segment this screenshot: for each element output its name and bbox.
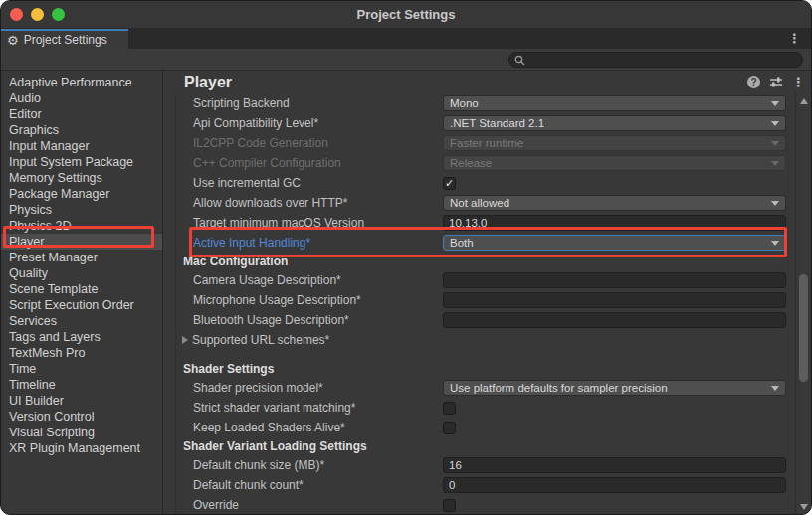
- setting-label: IL2CPP Code Generation: [193, 136, 328, 150]
- search-input[interactable]: [525, 53, 797, 67]
- sidebar-item-ui-builder[interactable]: UI Builder: [1, 393, 162, 409]
- tab-project-settings[interactable]: ⚙ Project Settings: [1, 29, 128, 49]
- tab-more-menu-icon[interactable]: ⋮: [788, 30, 801, 48]
- setting-label: Allow downloads over HTTP*: [193, 196, 347, 210]
- setting-label: Target minimum macOS Version: [193, 216, 364, 230]
- tab-label: Project Settings: [24, 33, 107, 47]
- setting-row-bluetooth-usage-description: Bluetooth Usage Description*: [163, 310, 795, 330]
- sidebar-item-tags-and-layers[interactable]: Tags and Layers: [1, 329, 162, 345]
- dropdown-value: Mono: [450, 97, 771, 109]
- microphone-usage-description-field[interactable]: [443, 292, 786, 308]
- project-settings-window: Project Settings ⚙ Project Settings ⋮ Ad…: [0, 0, 812, 515]
- setting-control: [443, 292, 786, 308]
- presets-icon[interactable]: [769, 76, 783, 88]
- strict-shader-variant-matching-checkbox[interactable]: [443, 402, 456, 415]
- more-menu-icon[interactable]: ⋮: [792, 76, 805, 88]
- chevron-down-icon: [771, 241, 779, 246]
- shader-precision-model-dropdown[interactable]: Use platform defaults for sampler precis…: [443, 380, 786, 396]
- sidebar-item-timeline[interactable]: Timeline: [1, 377, 162, 393]
- setting-row-default-chunk-size-mb: Default chunk size (MB)*: [163, 455, 795, 475]
- sidebar-item-editor[interactable]: Editor: [1, 106, 162, 122]
- chevron-down-icon: [771, 141, 779, 146]
- sidebar-item-xr-plugin-management[interactable]: XR Plugin Management: [1, 440, 162, 456]
- setting-control: [443, 312, 786, 328]
- foldout-arrow-icon[interactable]: [182, 336, 188, 344]
- sidebar-item-adaptive-performance[interactable]: Adaptive Performance: [1, 75, 162, 90]
- override-checkbox[interactable]: [443, 499, 456, 512]
- keep-loaded-shaders-alive-checkbox[interactable]: [443, 422, 456, 434]
- setting-row-il2cpp-code-generation: IL2CPP Code GenerationFaster runtime: [163, 133, 795, 153]
- scroll-down-icon[interactable]: [800, 504, 808, 510]
- chevron-down-icon: [771, 161, 779, 166]
- setting-label[interactable]: Supported URL schemes*: [192, 333, 329, 347]
- setting-label: Use incremental GC: [193, 176, 301, 190]
- setting-row-target-minimum-macos-version: Target minimum macOS Version: [163, 213, 795, 233]
- vertical-scrollbar[interactable]: [795, 93, 811, 515]
- setting-label: Keep Loaded Shaders Alive*: [193, 421, 345, 434]
- dropdown-value: Both: [450, 237, 771, 249]
- main-area: Adaptive PerformanceAudioEditorGraphicsI…: [1, 71, 811, 515]
- default-chunk-count-field[interactable]: [443, 477, 786, 493]
- sidebar-item-scene-template[interactable]: Scene Template: [1, 281, 162, 297]
- dropdown-value: Not allowed: [450, 197, 771, 209]
- sidebar-item-audio[interactable]: Audio: [1, 90, 162, 106]
- sidebar-item-physics[interactable]: Physics: [1, 202, 162, 218]
- section-header: Mac Configuration: [183, 255, 288, 268]
- setting-row-scripting-backend: Scripting BackendMono: [163, 93, 795, 113]
- settings-content: Player ? ⋮ Scripting BackendMonoApi Comp…: [163, 71, 811, 515]
- bluetooth-usage-description-field[interactable]: [443, 312, 786, 328]
- section-header: Shader Variant Loading Settings: [183, 439, 367, 453]
- setting-row-active-input-handling: Active Input Handling*Both: [163, 233, 795, 253]
- scroll-up-icon[interactable]: [800, 98, 808, 104]
- dropdown-value: .NET Standard 2.1: [450, 117, 771, 129]
- default-chunk-size-mb-field[interactable]: [443, 457, 786, 473]
- camera-usage-description-field[interactable]: [443, 272, 786, 288]
- sidebar-item-version-control[interactable]: Version Control: [1, 409, 162, 425]
- sidebar-item-time[interactable]: Time: [1, 361, 162, 377]
- setting-row-keep-loaded-shaders-alive: Keep Loaded Shaders Alive*: [163, 418, 795, 437]
- use-incremental-gc-checkbox[interactable]: ✓: [443, 177, 456, 190]
- dropdown-value: Faster runtime: [450, 137, 771, 149]
- help-icon[interactable]: ?: [747, 76, 760, 88]
- setting-control: [443, 402, 786, 415]
- sidebar-item-services[interactable]: Services: [1, 313, 162, 329]
- scrollbar-thumb[interactable]: [799, 274, 808, 382]
- setting-label: Default chunk count*: [193, 478, 304, 492]
- sidebar-item-physics-2d[interactable]: Physics 2D: [1, 218, 162, 234]
- sidebar-item-input-manager[interactable]: Input Manager: [1, 138, 162, 154]
- sidebar-item-quality[interactable]: Quality: [1, 265, 162, 281]
- setting-row-allow-downloads-over-http: Allow downloads over HTTP*Not allowed: [163, 193, 795, 213]
- settings-rows: Scripting BackendMonoApi Compatibility L…: [163, 93, 795, 515]
- sidebar-item-textmesh-pro[interactable]: TextMesh Pro: [1, 345, 162, 361]
- setting-row-override: Override: [163, 495, 795, 515]
- gear-icon: ⚙: [7, 34, 19, 47]
- search-box[interactable]: [508, 52, 803, 68]
- target-minimum-macos-version-field[interactable]: [443, 215, 786, 231]
- page-title: Player: [184, 74, 232, 91]
- setting-row-shader-precision-model: Shader precision model*Use platform defa…: [163, 378, 795, 398]
- content-body: Scripting BackendMonoApi Compatibility L…: [163, 93, 811, 515]
- sidebar-item-visual-scripting[interactable]: Visual Scripting: [1, 425, 162, 440]
- scripting-backend-dropdown[interactable]: Mono: [443, 95, 786, 111]
- setting-control: Use platform defaults for sampler precis…: [443, 380, 786, 396]
- sidebar-item-player[interactable]: Player: [1, 234, 162, 250]
- header-icons: ? ⋮: [747, 76, 805, 88]
- active-input-handling-dropdown[interactable]: Both: [443, 235, 786, 251]
- setting-row-camera-usage-description: Camera Usage Description*: [163, 270, 795, 290]
- setting-control: Not allowed: [443, 195, 786, 211]
- setting-label: Shader precision model*: [193, 381, 323, 395]
- allow-downloads-over-http-dropdown[interactable]: Not allowed: [443, 195, 786, 211]
- setting-row-c-compiler-configuration: C++ Compiler ConfigurationRelease: [163, 153, 795, 173]
- sidebar-item-script-execution-order[interactable]: Script Execution Order: [1, 297, 162, 313]
- setting-control: [443, 457, 786, 473]
- sidebar-item-memory-settings[interactable]: Memory Settings: [1, 170, 162, 186]
- sidebar-item-graphics[interactable]: Graphics: [1, 122, 162, 138]
- api-compatibility-level-dropdown[interactable]: .NET Standard 2.1: [443, 115, 786, 131]
- chevron-down-icon: [771, 101, 779, 106]
- setting-control: [443, 272, 786, 288]
- sidebar-item-input-system-package[interactable]: Input System Package: [1, 154, 162, 170]
- sidebar-item-preset-manager[interactable]: Preset Manager: [1, 250, 162, 265]
- setting-label: Active Input Handling*: [193, 236, 310, 250]
- c-compiler-configuration-dropdown: Release: [443, 155, 786, 171]
- sidebar-item-package-manager[interactable]: Package Manager: [1, 186, 162, 202]
